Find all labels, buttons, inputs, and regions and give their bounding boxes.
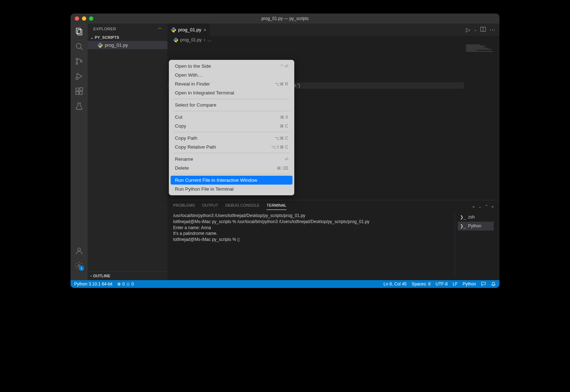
terminal-line: lotfinejad@Ms-iMac py_scripts % ▯ xyxy=(173,237,455,243)
run-file-icon[interactable]: ▷ xyxy=(466,26,470,33)
python-file-icon xyxy=(98,43,103,48)
menu-select-compare[interactable]: Select for Compare xyxy=(171,100,292,109)
status-encoding[interactable]: UTF-8 xyxy=(436,282,448,287)
chevron-right-icon: › xyxy=(90,274,92,278)
extensions-icon[interactable] xyxy=(75,87,83,96)
svg-point-4 xyxy=(76,58,78,60)
accounts-icon[interactable] xyxy=(75,247,83,255)
svg-line-3 xyxy=(81,48,83,50)
menu-copy[interactable]: Copy⌘ C xyxy=(171,122,292,130)
menu-copy-path[interactable]: Copy Path⌥⌘ C xyxy=(171,134,292,143)
status-bar: Python 3.10.1 64-bit ⊗0 ⚠0 Ln 8, Col 45 … xyxy=(71,280,499,288)
menu-open-with[interactable]: Open With… xyxy=(171,71,292,79)
breadcrumb[interactable]: prog_01.py › … xyxy=(167,36,499,44)
editor-tab[interactable]: prog_01.py × xyxy=(167,24,210,36)
menu-separator xyxy=(173,111,290,111)
menu-rename[interactable]: Rename⏎ xyxy=(171,155,292,164)
minimap[interactable] xyxy=(464,44,499,200)
terminal-session-python[interactable]: ❯_ Python xyxy=(458,222,494,231)
menu-cut[interactable]: Cut⌘ X xyxy=(171,113,292,122)
editor-more-icon[interactable]: ⋯ xyxy=(489,26,495,33)
close-window-button[interactable] xyxy=(75,16,79,21)
terminal-icon: ❯_ xyxy=(460,214,466,220)
svg-rect-10 xyxy=(76,92,79,94)
activity-bar xyxy=(71,24,88,280)
outline-section[interactable]: › OUTLINE xyxy=(88,271,167,280)
status-bell-icon[interactable] xyxy=(491,282,496,287)
menu-separator xyxy=(173,153,290,153)
terminal-session-zsh[interactable]: ❯_ zsh xyxy=(458,213,494,222)
breadcrumb-file: prog_01.py xyxy=(180,37,202,42)
status-feedback-icon[interactable] xyxy=(481,282,486,287)
status-cursor[interactable]: Ln 8, Col 45 xyxy=(384,282,407,287)
maximize-window-button[interactable] xyxy=(89,16,93,21)
window-title: prog_01.py — py_scripts xyxy=(261,16,309,21)
session-name: zsh xyxy=(468,214,475,220)
svg-rect-1 xyxy=(78,30,82,35)
status-language[interactable]: Python xyxy=(463,282,476,287)
svg-point-5 xyxy=(76,63,78,65)
sidebar-title: EXPLORER xyxy=(93,27,116,31)
session-name: Python xyxy=(468,223,481,229)
menu-separator xyxy=(173,132,290,132)
menu-separator xyxy=(173,174,290,174)
testing-icon[interactable] xyxy=(75,102,83,110)
source-control-icon[interactable] xyxy=(75,57,83,66)
search-icon[interactable] xyxy=(75,42,83,51)
terminal-dropdown-icon[interactable]: ⌄ xyxy=(478,205,481,208)
status-problems[interactable]: ⊗0 ⚠0 xyxy=(117,282,134,287)
terminal-line: lotfinejad@Ms-iMac py_scripts % /usr/loc… xyxy=(173,219,455,225)
menu-copy-relative-path[interactable]: Copy Relative Path⌥⇧⌘ C xyxy=(171,143,292,151)
menu-reveal-finder[interactable]: Reveal in Finder⌥⌘ R xyxy=(171,79,292,88)
tab-filename: prog_01.py xyxy=(178,27,201,32)
svg-point-13 xyxy=(78,248,81,251)
settings-gear-icon[interactable] xyxy=(75,262,83,270)
file-item[interactable]: prog_01.py xyxy=(88,41,167,49)
close-tab-icon[interactable]: × xyxy=(203,27,206,33)
terminal-sessions: ❯_ zsh ❯_ Python xyxy=(455,213,494,277)
svg-point-6 xyxy=(81,61,82,62)
terminal[interactable]: /usr/local/bin/python3 /Users/lotfinejad… xyxy=(167,210,499,280)
svg-point-8 xyxy=(76,77,78,79)
menu-run-terminal[interactable]: Run Python File in Terminal xyxy=(171,185,292,194)
breadcrumb-sep: › xyxy=(204,37,205,42)
warning-icon: ⚠ xyxy=(126,282,130,287)
python-file-icon xyxy=(171,27,176,32)
bottom-panel: PROBLEMS OUTPUT DEBUG CONSOLE TERMINAL +… xyxy=(167,200,499,280)
split-editor-icon[interactable] xyxy=(480,26,486,33)
outline-label: OUTLINE xyxy=(93,274,110,278)
terminal-line: It's a palindrome name. xyxy=(173,231,455,237)
run-dropdown-icon[interactable]: ⌄ xyxy=(474,28,477,32)
terminal-line: Enter a name: Anna xyxy=(173,225,455,231)
status-eol[interactable]: LF xyxy=(453,282,458,287)
menu-delete[interactable]: Delete⌘ ⌫ xyxy=(171,164,292,172)
maximize-panel-icon[interactable]: ⌃ xyxy=(485,204,488,209)
svg-rect-12 xyxy=(80,88,83,91)
folder-header[interactable]: ⌄ PY_SCRIPTS xyxy=(88,34,167,41)
svg-rect-11 xyxy=(79,92,82,94)
panel-tab-problems[interactable]: PROBLEMS xyxy=(173,203,195,210)
status-indent[interactable]: Spaces: 8 xyxy=(411,282,430,287)
sidebar-header: EXPLORER ⋯ xyxy=(88,24,167,34)
editor-tabs: prog_01.py × ▷ ⌄ ⋯ xyxy=(167,24,499,36)
terminal-line: /usr/local/bin/python3 /Users/lotfinejad… xyxy=(173,213,455,219)
chevron-down-icon: ⌄ xyxy=(90,36,93,40)
close-panel-icon[interactable]: × xyxy=(492,205,494,209)
new-terminal-icon[interactable]: + xyxy=(472,205,475,209)
explorer-sidebar: EXPLORER ⋯ ⌄ PY_SCRIPTS prog_01.py › OUT… xyxy=(88,24,167,280)
panel-tab-terminal[interactable]: TERMINAL xyxy=(266,203,286,210)
panel-tab-debug-console[interactable]: DEBUG CONSOLE xyxy=(225,203,259,210)
minimize-window-button[interactable] xyxy=(82,16,86,21)
run-debug-icon[interactable] xyxy=(75,72,83,81)
terminal-icon: ❯_ xyxy=(460,223,466,229)
menu-open-terminal[interactable]: Open in Integrated Terminal xyxy=(171,88,292,97)
file-context-menu: Open to the Side⌃ ⏎ Open With… Reveal in… xyxy=(169,60,294,195)
python-file-icon xyxy=(173,37,178,42)
panel-tabs: PROBLEMS OUTPUT DEBUG CONSOLE TERMINAL +… xyxy=(167,200,499,210)
menu-open-side[interactable]: Open to the Side⌃ ⏎ xyxy=(171,62,292,71)
menu-run-interactive[interactable]: Run Current File in Interactive Window xyxy=(171,176,292,185)
status-interpreter[interactable]: Python 3.10.1 64-bit xyxy=(74,282,112,287)
explorer-icon[interactable] xyxy=(75,27,83,36)
panel-tab-output[interactable]: OUTPUT xyxy=(202,203,218,210)
sidebar-more-icon[interactable]: ⋯ xyxy=(158,26,162,31)
